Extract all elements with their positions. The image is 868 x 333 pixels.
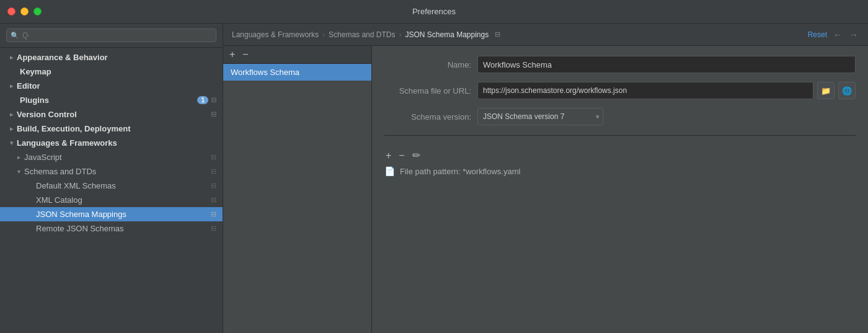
chevron-icon xyxy=(10,140,13,146)
chevron-icon xyxy=(10,54,13,61)
schema-url-label: Schema file or URL: xyxy=(384,86,471,95)
breadcrumb-bar: Languages & Frameworks › Schemas and DTD… xyxy=(223,24,868,46)
plugins-right-icons: 1 ⊟ xyxy=(197,96,216,104)
breadcrumb-sep: › xyxy=(399,30,401,39)
sidebar-item-label: Remote JSON Schemas xyxy=(36,224,124,233)
schema-version-row: Schema version: JSON Schema version 4 JS… xyxy=(384,108,856,125)
schema-remove-button[interactable]: − xyxy=(241,50,249,60)
settings-icon: ⊟ xyxy=(211,110,216,118)
breadcrumb-copy-icon[interactable]: ⊟ xyxy=(495,30,500,38)
reset-button[interactable]: Reset xyxy=(808,30,827,39)
sidebar-item-default-xml[interactable]: Default XML Schemas ⊟ xyxy=(0,179,223,193)
schema-version-select[interactable]: JSON Schema version 4 JSON Schema versio… xyxy=(477,108,603,125)
sidebar-item-label: Appearance & Behavior xyxy=(17,53,108,62)
nav-tree: Appearance & Behavior Keymap Editor Plug… xyxy=(0,48,223,333)
breadcrumb-item-languages[interactable]: Languages & Frameworks xyxy=(232,30,319,39)
catalog-right-icons: ⊟ xyxy=(211,196,216,204)
detail-panel: Name: Schema file or URL: 📁 🌐 xyxy=(372,46,868,333)
breadcrumb-item-schemas[interactable]: Schemas and DTDs xyxy=(329,30,395,39)
sidebar-item-label: Default XML Schemas xyxy=(36,181,116,190)
sidebar-item-label: XML Catalog xyxy=(36,195,82,205)
search-bar: 🔍 xyxy=(0,24,223,48)
sidebar-item-xml-catalog[interactable]: XML Catalog ⊟ xyxy=(0,193,223,207)
main-content: 🔍 Appearance & Behavior Keymap Editor xyxy=(0,24,868,333)
sidebar-item-json-schema[interactable]: JSON Schema Mappings ⊟ xyxy=(0,207,223,221)
sidebar-item-version-control[interactable]: Version Control ⊟ xyxy=(0,107,223,122)
breadcrumb-actions: Reset ← → xyxy=(808,30,859,40)
sidebar: 🔍 Appearance & Behavior Keymap Editor xyxy=(0,24,223,333)
pattern-add-button[interactable]: + xyxy=(384,151,392,161)
sidebar-item-label: Keymap xyxy=(20,67,51,76)
schema-toolbar: + − xyxy=(223,46,371,64)
sidebar-item-label: Version Control xyxy=(17,110,77,119)
sidebar-item-javascript[interactable]: JavaScript ⊟ xyxy=(0,150,223,164)
sidebar-item-editor[interactable]: Editor xyxy=(0,79,223,93)
traffic-lights xyxy=(7,7,42,16)
chevron-icon xyxy=(10,125,13,132)
schema-item-label: Workflows Schema xyxy=(231,68,299,77)
search-input-wrap[interactable]: 🔍 xyxy=(6,29,216,42)
schema-content: + − Workflows Schema Name: Schema file o… xyxy=(223,46,868,333)
divider xyxy=(384,135,856,136)
close-button[interactable] xyxy=(7,7,16,16)
schema-item-workflows[interactable]: Workflows Schema xyxy=(223,64,371,81)
pattern-remove-button[interactable]: − xyxy=(397,151,405,161)
sidebar-item-label: Plugins xyxy=(20,95,49,105)
settings-icon: ⊟ xyxy=(211,224,216,233)
settings-icon: ⊟ xyxy=(211,96,216,104)
sidebar-item-label: Schemas and DTDs xyxy=(24,167,96,176)
maximize-button[interactable] xyxy=(33,7,42,16)
window-title: Preferences xyxy=(412,7,456,16)
vc-right-icons: ⊟ xyxy=(211,110,216,118)
schema-url-row: Schema file or URL: 📁 🌐 xyxy=(384,82,856,99)
remote-right-icons: ⊟ xyxy=(211,224,216,233)
back-button[interactable]: ← xyxy=(832,30,843,40)
schema-version-label: Schema version: xyxy=(384,112,471,122)
minimize-button[interactable] xyxy=(20,7,29,16)
sidebar-item-label: JavaScript xyxy=(24,153,62,162)
chevron-icon xyxy=(17,168,20,175)
settings-icon: ⊟ xyxy=(211,167,216,175)
file-pattern-icon: 📄 xyxy=(384,166,395,176)
url-row: 📁 🌐 xyxy=(477,82,856,99)
xml-right-icons: ⊟ xyxy=(211,182,216,190)
sidebar-item-schemas-dtds[interactable]: Schemas and DTDs ⊟ xyxy=(0,164,223,179)
schema-add-button[interactable]: + xyxy=(228,50,236,60)
schema-version-select-wrap: JSON Schema version 4 JSON Schema versio… xyxy=(477,108,603,125)
js-right-icons: ⊟ xyxy=(211,153,216,161)
sidebar-item-plugins[interactable]: Plugins 1 ⊟ xyxy=(0,93,223,107)
name-label: Name: xyxy=(384,60,471,69)
chevron-icon xyxy=(10,82,13,89)
chevron-icon xyxy=(10,111,13,118)
sidebar-item-label: Editor xyxy=(17,81,40,91)
sidebar-item-languages[interactable]: Languages & Frameworks xyxy=(0,136,223,150)
sidebar-item-build[interactable]: Build, Execution, Deployment xyxy=(0,122,223,136)
breadcrumb-item-json-schema[interactable]: JSON Schema Mappings xyxy=(405,30,489,39)
search-input[interactable] xyxy=(22,31,212,40)
web-icon: 🌐 xyxy=(842,86,852,95)
sidebar-item-label: JSON Schema Mappings xyxy=(36,210,126,219)
schema-list-panel: + − Workflows Schema xyxy=(223,46,372,333)
plugins-badge: 1 xyxy=(197,96,208,104)
sidebar-item-remote-json[interactable]: Remote JSON Schemas ⊟ xyxy=(0,221,223,236)
patterns-section: + − ✏ 📄 File path pattern: *workflows.ya… xyxy=(384,148,856,179)
browse-button[interactable]: 📁 xyxy=(817,82,835,99)
chevron-icon xyxy=(17,154,20,161)
sidebar-item-appearance[interactable]: Appearance & Behavior xyxy=(0,50,223,64)
settings-icon: ⊟ xyxy=(211,196,216,204)
right-panel: Languages & Frameworks › Schemas and DTD… xyxy=(223,24,868,333)
settings-icon: ⊟ xyxy=(211,182,216,190)
sidebar-item-label: Build, Execution, Deployment xyxy=(17,124,130,133)
name-input[interactable] xyxy=(477,56,856,73)
sidebar-item-keymap[interactable]: Keymap xyxy=(0,64,223,79)
patterns-toolbar: + − ✏ xyxy=(384,148,856,163)
folder-icon: 📁 xyxy=(821,86,831,95)
settings-icon: ⊟ xyxy=(211,153,216,161)
pattern-edit-button[interactable]: ✏ xyxy=(411,151,422,161)
breadcrumb-sep: › xyxy=(322,30,325,39)
forward-button[interactable]: → xyxy=(848,30,859,40)
pattern-item: 📄 File path pattern: *workflows.yaml xyxy=(384,163,856,179)
schema-url-input[interactable] xyxy=(477,82,813,99)
pattern-label: File path pattern: *workflows.yaml xyxy=(400,167,520,176)
web-button[interactable]: 🌐 xyxy=(838,82,856,99)
